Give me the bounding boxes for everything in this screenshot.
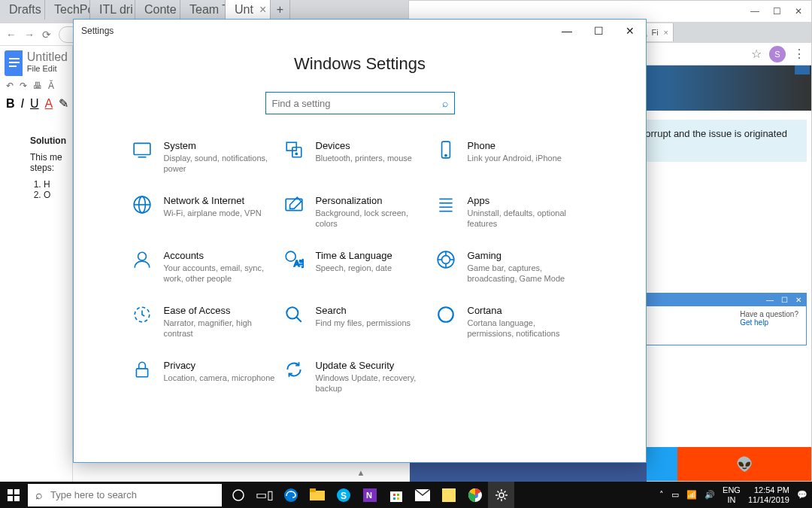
svg-rect-48 <box>393 497 395 500</box>
svg-rect-45 <box>390 491 402 502</box>
stickynotes-icon[interactable] <box>435 482 462 508</box>
apps-icon <box>435 195 457 217</box>
mini-max-icon[interactable]: ☐ <box>781 296 788 304</box>
nav-back-icon[interactable]: ← <box>6 29 17 41</box>
tray-notifications-icon[interactable]: 💬 <box>797 490 807 500</box>
cortana-icon <box>435 305 457 327</box>
svg-point-10 <box>444 155 446 157</box>
edge-icon[interactable] <box>277 482 304 508</box>
settings-item-system[interactable]: SystemDisplay, sound, notifications, pow… <box>131 140 281 174</box>
svg-line-30 <box>296 317 301 322</box>
nav-reload-icon[interactable]: ⟳ <box>42 29 51 41</box>
maximize-button[interactable]: ☐ <box>773 6 781 17</box>
start-button[interactable] <box>0 482 26 508</box>
highlight-icon[interactable]: ✎ <box>59 96 68 111</box>
settings-item-personalization[interactable]: PersonalizationBackground, lock screen, … <box>283 195 433 229</box>
underline-icon[interactable]: U <box>30 97 39 111</box>
svg-rect-3 <box>9 65 17 67</box>
settings-close-button[interactable]: ✕ <box>614 20 646 42</box>
network-icon <box>131 195 153 217</box>
mail-icon[interactable] <box>409 482 435 508</box>
settings-item-privacy[interactable]: PrivacyLocation, camera, microphone <box>131 360 281 394</box>
svg-point-31 <box>438 307 453 322</box>
print-icon[interactable]: 🖶 <box>33 81 42 91</box>
explorer-icon[interactable] <box>304 482 330 508</box>
get-help-link[interactable]: Get help <box>740 318 798 327</box>
doc-title[interactable]: Untitled <box>27 50 68 64</box>
doc-format-bar: B I U A ✎ <box>0 94 72 113</box>
settings-search-input[interactable] <box>272 98 442 109</box>
textcolor-icon[interactable]: A <box>45 97 53 111</box>
privacy-icon <box>131 360 153 382</box>
settings-item-network[interactable]: Network & InternetWi-Fi, airplane mode, … <box>131 195 281 229</box>
settings-taskbar-icon[interactable] <box>488 482 514 508</box>
settings-item-ease-of-access[interactable]: Ease of AccessNarrator, magnifier, high … <box>131 305 281 339</box>
new-tab-button[interactable]: + <box>271 0 290 20</box>
tray-volume-icon[interactable]: 🔊 <box>704 490 715 500</box>
tray-language[interactable]: ENGIN <box>723 485 741 505</box>
settings-heading: Windows Settings <box>294 54 426 74</box>
svg-rect-40 <box>310 488 316 492</box>
scroll-up-icon[interactable]: ▲ <box>350 463 372 482</box>
svg-rect-2 <box>9 62 20 63</box>
redo-icon[interactable]: ↷ <box>20 81 27 91</box>
svg-rect-46 <box>393 494 395 496</box>
tray-chevron-icon[interactable]: ˄ <box>659 490 664 500</box>
close-button[interactable]: ✕ <box>795 6 802 17</box>
tab-drafts[interactable]: Drafts <box>0 0 45 20</box>
svg-rect-4 <box>134 143 150 154</box>
chrome-taskbar-icon[interactable] <box>462 482 488 508</box>
settings-item-devices[interactable]: DevicesBluetooth, printers, mouse <box>283 140 433 174</box>
taskbar-search[interactable]: ⌕ Type here to search <box>28 484 222 506</box>
share-reddit[interactable]: 👽 <box>677 447 811 481</box>
system-icon <box>131 140 153 163</box>
doc-menu[interactable]: File Edit <box>27 64 68 73</box>
taskview-icon[interactable]: ▭▯ <box>251 482 277 508</box>
settings-item-cortana[interactable]: CortanaCortana language, permissions, no… <box>435 305 585 339</box>
svg-point-8 <box>295 153 297 154</box>
tab-itl[interactable]: ITL dri <box>90 0 135 20</box>
settings-search-box[interactable]: ⌕ <box>265 92 455 114</box>
settings-item-phone[interactable]: PhoneLink your Android, iPhone <box>435 140 585 174</box>
settings-item-accounts[interactable]: AccountsYour accounts, email, sync, work… <box>131 250 281 284</box>
tab-conte[interactable]: Conte <box>135 0 180 20</box>
tab-untitled[interactable]: Unt× <box>226 0 271 20</box>
spell-icon[interactable]: Ă <box>48 81 54 91</box>
store-icon[interactable] <box>383 482 409 508</box>
cortana-taskbar-icon[interactable] <box>225 482 251 508</box>
personalization-icon <box>283 195 305 217</box>
tray-clock[interactable]: 12:54 PM11/14/2019 <box>748 485 789 505</box>
svg-rect-51 <box>442 488 456 502</box>
tray-network-icon[interactable]: 📶 <box>686 490 697 500</box>
nav-forward-icon[interactable]: → <box>24 29 35 41</box>
devices-icon <box>283 140 305 163</box>
tray-battery-icon[interactable]: ▭ <box>671 490 679 500</box>
tab-team[interactable]: Team T <box>180 0 226 20</box>
taskbar-pinned: ▭▯ S N <box>225 482 514 508</box>
mini-min-icon[interactable]: — <box>766 296 774 304</box>
svg-text:S: S <box>341 491 347 501</box>
google-docs-panel: Untitled File Edit ↶ ↷ 🖶 Ă B I U A ✎ <box>0 46 73 482</box>
undo-icon[interactable]: ↶ <box>6 81 14 91</box>
settings-item-time-language[interactable]: A字 Time & LanguageSpeech, region, date <box>283 250 433 284</box>
doc-toolbar: ↶ ↷ 🖶 Ă <box>0 78 72 94</box>
menu-icon[interactable]: ⋮ <box>793 47 805 61</box>
settings-maximize-button[interactable]: ☐ <box>583 20 614 42</box>
minimize-button[interactable]: — <box>750 6 759 17</box>
bookmark-icon[interactable]: ☆ <box>751 47 762 61</box>
settings-window-title: Settings <box>81 26 114 36</box>
settings-item-search[interactable]: SearchFind my files, permissions <box>283 305 433 339</box>
ad-close-icon[interactable] <box>795 65 810 75</box>
settings-item-gaming[interactable]: GamingGame bar, captures, broadcasting, … <box>435 250 585 284</box>
settings-minimize-button[interactable]: — <box>551 20 583 42</box>
bold-icon[interactable]: B <box>6 97 15 111</box>
onenote-icon[interactable]: N <box>356 482 383 508</box>
svg-point-19 <box>138 252 146 260</box>
profile-avatar[interactable]: S <box>769 46 786 62</box>
italic-icon[interactable]: I <box>21 97 24 111</box>
settings-item-update-security[interactable]: Update & SecurityWindows Update, recover… <box>283 360 433 394</box>
mini-close-icon[interactable]: ✕ <box>795 296 801 304</box>
settings-item-apps[interactable]: AppsUninstall, defaults, optional featur… <box>435 195 585 229</box>
skype-icon[interactable]: S <box>330 482 356 508</box>
tab-techpo[interactable]: TechPo <box>45 0 90 20</box>
